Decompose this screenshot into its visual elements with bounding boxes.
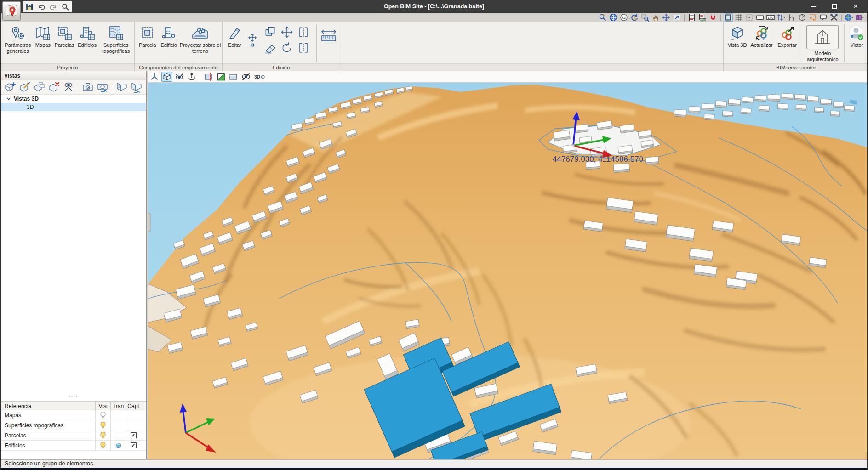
move-view-button[interactable] [662, 13, 671, 22]
parametros-generales-button[interactable]: Parámetros generales [3, 24, 33, 54]
erase-button[interactable] [262, 40, 279, 56]
view-3d-mode-button[interactable] [161, 72, 172, 82]
table-row-superficies[interactable]: Superficies topográficas [1, 420, 146, 430]
copy-button[interactable] [262, 24, 279, 40]
visibility-bulb-off-icon[interactable] [95, 410, 110, 420]
render-3d-settings-button[interactable]: 3D [253, 72, 267, 82]
angle-button[interactable] [787, 13, 796, 22]
group-label-bimserver: BIMserver.center [724, 63, 868, 71]
zoom-window-icon [641, 13, 649, 22]
zoom-x2-button[interactable]: x2 [619, 13, 628, 22]
ortho-frame-button[interactable] [724, 13, 733, 22]
eye-slash-icon [241, 72, 251, 82]
user-account-button[interactable]: Victor [846, 24, 868, 48]
pan-button[interactable] [651, 13, 660, 22]
superficies-topograficas-button[interactable]: Superficies topográficas [99, 24, 133, 54]
capture-checkbox[interactable]: ✓ [126, 441, 141, 450]
proyectar-sobre-terreno-button[interactable]: Proyectar sobre el terreno [179, 24, 221, 54]
group-label-componentes: Componentes del emplazamiento [135, 63, 222, 71]
table-row-edificios[interactable]: Edificios ✓ [1, 441, 146, 451]
tree-group-vistas-3d[interactable]: Vistas 3D [1, 95, 146, 103]
scale-button[interactable]: 1.00 [766, 13, 775, 22]
redraw-button[interactable] [630, 13, 639, 22]
bimserver-export-icon [779, 25, 795, 41]
save-button[interactable] [25, 2, 34, 11]
transparency-cube-icon[interactable] [110, 441, 126, 450]
axes-button[interactable] [149, 72, 160, 82]
close-button[interactable]: × [845, 0, 866, 13]
visibility-bulb-on-icon[interactable] [95, 441, 110, 450]
delete-view-button[interactable] [47, 81, 60, 94]
turntable-button[interactable] [186, 72, 197, 82]
visibility-bulb-on-icon[interactable] [95, 430, 110, 440]
modelo-arquitectonico-button[interactable]: Modelo arquitectónico [803, 24, 843, 62]
comment-button[interactable] [819, 13, 828, 22]
zoom-window-button[interactable] [640, 13, 650, 22]
section-view-button[interactable] [115, 81, 128, 94]
view-cone-button[interactable] [62, 81, 74, 94]
web-globe-button[interactable]: ▼ [845, 13, 854, 22]
zoom-edit-button[interactable] [598, 13, 607, 22]
dxf-template-button[interactable] [687, 13, 697, 22]
exportar-button[interactable]: Exportar [775, 24, 799, 48]
panel-splitter[interactable]: ···· [1, 394, 146, 400]
visibility-bulb-on-icon[interactable] [95, 420, 110, 430]
rotate-icon [280, 41, 294, 55]
object-snap-button[interactable] [708, 13, 718, 22]
panel-splitter-tab[interactable] [148, 214, 150, 231]
editar-button[interactable]: Editar [224, 24, 245, 48]
window-title: Open BIM Site - [C:\...\Granada.bsite] [1, 0, 867, 13]
edit-view-button[interactable] [18, 81, 30, 94]
redo-button[interactable] [49, 2, 58, 11]
actualizar-button[interactable]: Actualizar [748, 24, 775, 48]
undo-button[interactable] [37, 2, 46, 11]
section-fill-button[interactable] [216, 72, 227, 82]
add-view-button[interactable] [3, 81, 16, 94]
mapas-button[interactable]: Mapas [33, 24, 53, 48]
divide-left-button[interactable] [295, 40, 312, 56]
svg-text:x2: x2 [622, 16, 626, 20]
keyboard-entry-button[interactable] [755, 13, 765, 22]
snapshot-button[interactable] [81, 81, 94, 94]
edit-node-button[interactable] [245, 33, 259, 48]
capture-checkbox[interactable]: ✓ [126, 430, 141, 440]
rotate-button[interactable] [279, 40, 295, 56]
maps-icon [35, 25, 51, 41]
measure-button[interactable] [318, 29, 339, 45]
edificios-button[interactable]: Edificios [76, 24, 99, 48]
search-button[interactable] [61, 2, 70, 11]
duplicate-view-button[interactable] [33, 81, 45, 94]
edificio-button[interactable]: Edificio [158, 24, 179, 48]
dxf-layers-button[interactable] [698, 13, 707, 22]
tree-item-3d[interactable]: 3D [1, 103, 146, 111]
dimensions-button[interactable]: ▼ [777, 13, 786, 22]
minimize-button[interactable] [803, 0, 824, 13]
section-view-export-button[interactable] [130, 81, 143, 94]
3d-scene[interactable]: 447679.030, 4114586.570 [148, 83, 868, 459]
section-plane-button[interactable] [203, 72, 214, 82]
vista-3d-button[interactable]: Vista 3D [726, 24, 748, 48]
table-row-mapas[interactable]: Mapas [1, 410, 146, 420]
dropdown-caret-icon: ▼ [783, 16, 786, 19]
orbit-button[interactable] [174, 72, 185, 82]
parcelas-button[interactable]: Parcelas [53, 24, 76, 48]
hide-elements-button[interactable] [240, 72, 251, 82]
parcela-button[interactable]: Parcela [137, 24, 158, 48]
table-row-parcelas[interactable]: Parcelas ✓ [1, 430, 146, 441]
ribbon-group-proyecto: Parámetros generales Mapas [1, 22, 135, 71]
selection-pattern-button[interactable] [808, 13, 817, 22]
divide-right-button[interactable] [295, 24, 312, 40]
move-button[interactable] [279, 24, 295, 40]
tools-button[interactable] [829, 13, 839, 22]
previous-view-button[interactable] [672, 13, 681, 22]
snapshot-export-button[interactable] [96, 81, 108, 94]
viewport-toolbar: 3D [148, 71, 868, 83]
help-button[interactable]: ▼ [855, 13, 864, 22]
clip-box-button[interactable] [228, 72, 239, 82]
grid-button[interactable] [734, 13, 743, 22]
zoom-extents-button[interactable] [609, 13, 618, 22]
protractor-button[interactable] [798, 13, 807, 22]
snap-grid-button[interactable] [745, 13, 754, 22]
maximize-button[interactable] [824, 0, 845, 13]
app-menu-button[interactable] [2, 1, 21, 21]
